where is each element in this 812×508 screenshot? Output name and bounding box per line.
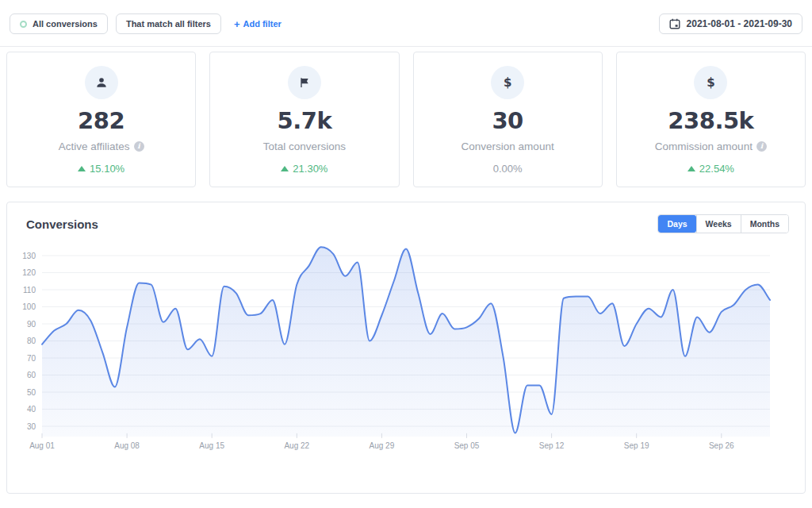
y-axis-tick-label: 30 bbox=[27, 422, 36, 431]
y-axis-tick-label: 50 bbox=[27, 388, 36, 397]
date-range-label: 2021-08-01 - 2021-09-30 bbox=[687, 18, 792, 29]
delta-up-icon bbox=[688, 166, 695, 171]
y-axis-tick-label: 100 bbox=[22, 302, 36, 311]
delta-up-icon bbox=[281, 166, 289, 171]
y-axis-tick-label: 120 bbox=[22, 268, 36, 277]
x-axis-tick-label: Sep 19 bbox=[624, 441, 649, 450]
y-axis-tick-label: 80 bbox=[27, 337, 36, 345]
stat-label: Conversion amount bbox=[462, 140, 554, 152]
stat-delta: 22.54% bbox=[688, 163, 734, 175]
conversions-panel-header: Conversions Days Weeks Months bbox=[7, 202, 805, 233]
area-fill bbox=[42, 247, 770, 437]
y-axis-tick-label: 110 bbox=[23, 286, 36, 294]
user-icon bbox=[95, 76, 108, 89]
stat-card: 282 Active affiliates i 15.10% bbox=[6, 52, 196, 187]
plus-icon: + bbox=[234, 18, 240, 30]
delta-value: 22.54% bbox=[699, 163, 734, 175]
y-axis-tick-label: 90 bbox=[27, 320, 36, 329]
stat-card: $ 30 Conversion amount i 0.00% bbox=[413, 52, 603, 187]
panel-title: Conversions bbox=[26, 217, 98, 231]
y-axis-tick-label: 70 bbox=[27, 354, 36, 363]
stat-card: 5.7k Total conversions i 21.30% bbox=[209, 52, 399, 187]
x-axis-tick-label: Aug 29 bbox=[370, 441, 395, 450]
flag-icon bbox=[298, 76, 311, 89]
stat-card: $ 238.5k Commission amount i 22.54% bbox=[616, 52, 806, 187]
all-conversions-button[interactable]: All conversions bbox=[10, 13, 108, 34]
conversions-chart[interactable]: 13012011010090807060504030Aug 01Aug 08Au… bbox=[7, 238, 805, 476]
stat-value: 5.7k bbox=[278, 109, 332, 134]
stat-label: Total conversions bbox=[263, 140, 346, 152]
dollar-icon: $ bbox=[504, 75, 511, 90]
y-axis-tick-label: 40 bbox=[27, 405, 36, 414]
stat-value: 282 bbox=[78, 109, 124, 134]
status-ring-icon bbox=[20, 21, 27, 28]
x-axis-tick-label: Sep 26 bbox=[709, 441, 734, 450]
x-axis-tick-label: Sep 05 bbox=[454, 441, 480, 450]
date-range-picker[interactable]: 2021-08-01 - 2021-09-30 bbox=[659, 13, 802, 34]
toolbar: All conversions That match all filters +… bbox=[0, 0, 812, 46]
filter-controls: All conversions That match all filters +… bbox=[10, 13, 282, 34]
info-icon[interactable]: i bbox=[134, 141, 144, 152]
all-conversions-label: All conversions bbox=[33, 19, 98, 29]
x-axis-tick-label: Aug 01 bbox=[29, 441, 55, 450]
tab-months[interactable]: Months bbox=[741, 215, 788, 233]
delta-value: 0.00% bbox=[493, 163, 523, 175]
x-axis-tick-label: Sep 12 bbox=[539, 441, 565, 450]
dollar-icon: $ bbox=[707, 75, 714, 90]
delta-up-icon bbox=[78, 166, 86, 171]
stat-value: 238.5k bbox=[668, 109, 753, 134]
stat-value: 30 bbox=[492, 109, 523, 134]
tab-weeks[interactable]: Weeks bbox=[696, 215, 741, 233]
stat-label: Commission amount bbox=[655, 140, 753, 152]
toolbar-divider bbox=[0, 46, 812, 47]
y-axis-tick-label: 60 bbox=[27, 371, 36, 379]
stat-delta: 15.10% bbox=[78, 163, 124, 175]
x-axis-tick-label: Aug 15 bbox=[199, 441, 224, 450]
calendar-icon bbox=[669, 18, 680, 29]
conversions-panel: Conversions Days Weeks Months 1301201101… bbox=[6, 202, 806, 494]
info-icon[interactable]: i bbox=[756, 141, 767, 152]
delta-value: 15.10% bbox=[90, 163, 124, 175]
granularity-tabs: Days Weeks Months bbox=[657, 214, 789, 233]
x-axis-tick-label: Aug 08 bbox=[114, 441, 140, 450]
delta-value: 21.30% bbox=[293, 163, 327, 175]
stat-cards-row: 282 Active affiliates i 15.10% 5.7k Tota… bbox=[6, 52, 806, 187]
x-axis-tick-label: Aug 22 bbox=[284, 441, 309, 450]
match-filters-label: That match all filters bbox=[126, 19, 211, 29]
stat-delta: 0.00% bbox=[493, 163, 523, 175]
chart-area: 13012011010090807060504030Aug 01Aug 08Au… bbox=[7, 233, 805, 479]
stat-delta: 21.30% bbox=[281, 163, 327, 175]
y-axis-tick-label: 130 bbox=[22, 252, 36, 260]
tab-days[interactable]: Days bbox=[658, 215, 695, 233]
add-filter-link[interactable]: + Add filter bbox=[234, 18, 282, 30]
add-filter-label: Add filter bbox=[243, 19, 282, 29]
stat-label: Active affiliates bbox=[59, 140, 130, 152]
match-filters-button[interactable]: That match all filters bbox=[116, 13, 221, 34]
